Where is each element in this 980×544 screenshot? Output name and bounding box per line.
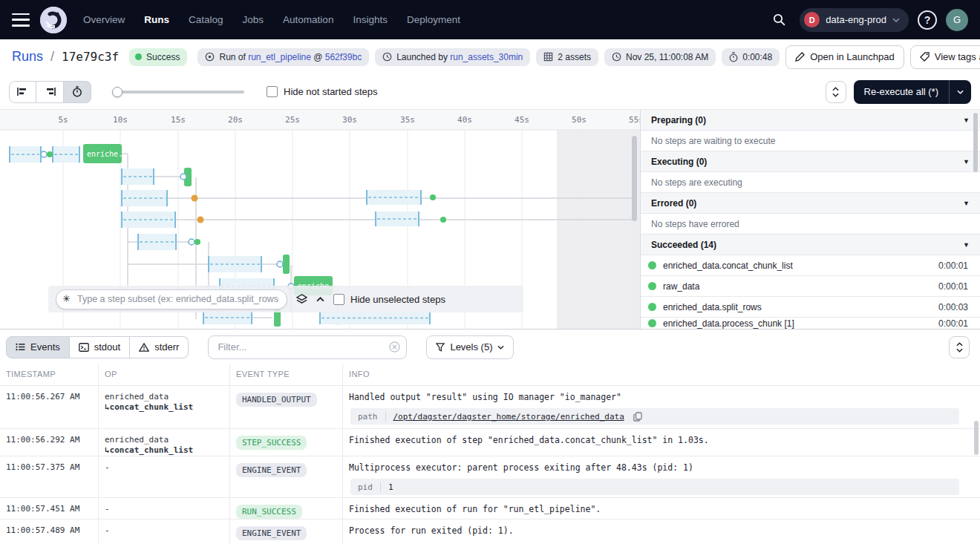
metadata-key: pid [350, 482, 381, 492]
step-name: enriched_data.split_rows [663, 302, 762, 312]
timed-mode-icon[interactable] [64, 81, 91, 103]
svg-text:5s: 5s [58, 115, 68, 125]
hide-not-started-checkbox-row[interactable]: Hide not started steps [267, 86, 377, 97]
chevron-down-icon [892, 18, 900, 22]
nav-item-overview[interactable]: Overview [83, 14, 125, 25]
copy-icon[interactable] [633, 412, 642, 422]
workspace-switcher[interactable]: D data-eng-prod [800, 8, 909, 32]
log-tabs: Eventsstdoutstderr [6, 336, 189, 358]
section-header-2[interactable]: Errored (0)▼ [641, 193, 980, 214]
waterfall-end-mode-icon[interactable] [36, 81, 64, 103]
hide-unselected-checkbox-row[interactable]: Hide unselected steps [333, 294, 445, 305]
workspace-name: data-eng-prod [826, 14, 886, 25]
log-info: Process for run exited (pid: 1). [343, 520, 980, 544]
tag-link[interactable]: run_etl_pipeline [248, 52, 311, 62]
caret-down-icon: ▼ [963, 117, 970, 124]
svg-text:15s: 15s [171, 115, 186, 125]
section-title: Succeeded (14) [651, 240, 716, 250]
grid-icon [543, 52, 553, 62]
nav-item-jobs[interactable]: Jobs [243, 14, 264, 25]
levels-dropdown[interactable]: Levels (5) [426, 335, 514, 359]
workspace-avatar: D [804, 12, 820, 27]
step-subset-input[interactable] [56, 289, 287, 309]
resize-panel-stepper[interactable] [826, 81, 846, 103]
step-name: raw_data [663, 281, 699, 292]
collapse-chevron-up-icon[interactable] [316, 297, 324, 302]
nav-item-deployment[interactable]: Deployment [407, 14, 460, 25]
run-header: Runs / 17e79c3f Success Run of run_etl_p… [0, 39, 980, 74]
svg-text:25s: 25s [285, 115, 300, 125]
nav-item-automation[interactable]: Automation [283, 14, 333, 25]
section-title: Preparing (0) [651, 115, 706, 125]
reexecute-all-button[interactable]: Re-execute all (*) [854, 80, 971, 104]
log-event-type: STEP_SUCCESS [230, 429, 343, 456]
event-type-badge: STEP_SUCCESS [236, 436, 307, 450]
section-header-1[interactable]: Executing (0)▼ [641, 151, 980, 172]
tag-link[interactable]: 562f39bc [325, 52, 362, 62]
step-row[interactable]: enriched_data.concat_chunk_list0:00:01 [641, 255, 980, 276]
step-duration: 0:00:01 [938, 260, 968, 271]
search-icon[interactable] [767, 8, 791, 32]
nav-item-runs[interactable]: Runs [144, 14, 169, 25]
metadata-value[interactable]: /opt/dagster/dagster_home/storage/enrich… [386, 412, 632, 422]
tab-Events[interactable]: Events [6, 336, 70, 358]
run-tag[interactable]: 0:00:48 [722, 48, 780, 66]
step-row[interactable]: enriched_data.split_rows0:00:03 [641, 297, 980, 318]
run-tags: Run of run_etl_pipeline @ 562f39bcLaunch… [197, 48, 780, 66]
nav-items: OverviewRunsCatalogJobsAutomationInsight… [83, 14, 460, 25]
run-tag[interactable]: Run of run_etl_pipeline @ 562f39bc [197, 48, 369, 66]
log-panel-stepper[interactable] [949, 336, 970, 358]
event-metadata: pid1 [350, 479, 959, 495]
log-row[interactable]: 11:00:56.292 AMenriched_data↳concat_chun… [0, 429, 980, 456]
run-tag[interactable]: Nov 25, 11:00:08 AM [604, 48, 716, 66]
clear-filter-icon[interactable] [389, 341, 400, 355]
waterfall-start-mode-icon[interactable] [9, 81, 36, 103]
section-header-0[interactable]: Preparing (0)▼ [641, 110, 980, 131]
log-timestamp: 11:00:57.451 AM [0, 498, 99, 519]
section-empty-text: No steps have errored [641, 214, 980, 235]
view-tags-config-button[interactable]: View tags and config [910, 45, 980, 69]
run-tag[interactable]: 2 assets [536, 48, 598, 66]
hamburger-menu-icon[interactable] [12, 13, 30, 27]
breadcrumb-runs-link[interactable]: Runs [12, 49, 43, 65]
event-type-badge: ENGINE_EVENT [236, 463, 307, 477]
hide-not-started-checkbox[interactable] [267, 86, 278, 97]
open-in-launchpad-button[interactable]: Open in Launchpad [785, 45, 904, 69]
dagster-logo[interactable] [40, 7, 67, 33]
event-type-badge: ENGINE_EVENT [236, 526, 307, 540]
log-event-type: HANDLED_OUTPUT [230, 386, 343, 428]
log-scrollbar[interactable] [974, 421, 979, 455]
step-row[interactable]: enriched_data.process_chunk [1]0:00:01 [641, 318, 980, 329]
slider-knob[interactable] [112, 87, 122, 97]
tag-link[interactable]: run_assets_30min [450, 52, 523, 62]
graph-layers-icon[interactable] [296, 294, 307, 305]
nav-item-insights[interactable]: Insights [353, 14, 388, 25]
hide-unselected-checkbox[interactable] [333, 294, 344, 305]
col-event-type: EVENT TYPE [230, 364, 343, 385]
user-avatar[interactable]: G [946, 9, 968, 31]
list-icon [16, 343, 25, 351]
log-row[interactable]: 11:00:57.489 AM-ENGINE_EVENTProcess for … [0, 520, 980, 544]
hide-unselected-label: Hide unselected steps [350, 294, 445, 305]
chevron-down-icon [497, 345, 504, 350]
log-row[interactable]: 11:00:57.375 AM-ENGINE_EVENTMultiprocess… [0, 456, 980, 498]
slider-track[interactable] [112, 91, 244, 94]
metadata-key: path [350, 412, 386, 422]
gantt-chart[interactable]: 5s10s15s20s25s30s35s40s45s50s55senriche.… [0, 110, 640, 329]
steps-panel-scrollbar[interactable] [973, 113, 978, 172]
success-dot-icon [648, 282, 656, 290]
caret-down-icon: ▼ [963, 200, 970, 207]
run-tag[interactable]: Launched by run_assets_30min [375, 48, 530, 66]
step-row[interactable]: raw_data0:00:01 [641, 276, 980, 297]
section-header-3[interactable]: Succeeded (14)▼ [641, 235, 980, 255]
reexecute-caret[interactable] [949, 80, 971, 104]
log-event-type: ENGINE_EVENT [230, 456, 343, 497]
log-filter-input[interactable] [208, 335, 407, 359]
help-icon[interactable]: ? [918, 10, 937, 30]
nav-item-catalog[interactable]: Catalog [189, 14, 223, 25]
log-row[interactable]: 11:00:56.267 AMenriched_data↳concat_chun… [0, 386, 980, 429]
zoom-slider[interactable] [112, 87, 244, 97]
tab-stdout[interactable]: stdout [70, 336, 130, 358]
log-row[interactable]: 11:00:57.451 AM-RUN_SUCCESSFinished exec… [0, 498, 980, 520]
tab-stderr[interactable]: stderr [130, 336, 189, 358]
